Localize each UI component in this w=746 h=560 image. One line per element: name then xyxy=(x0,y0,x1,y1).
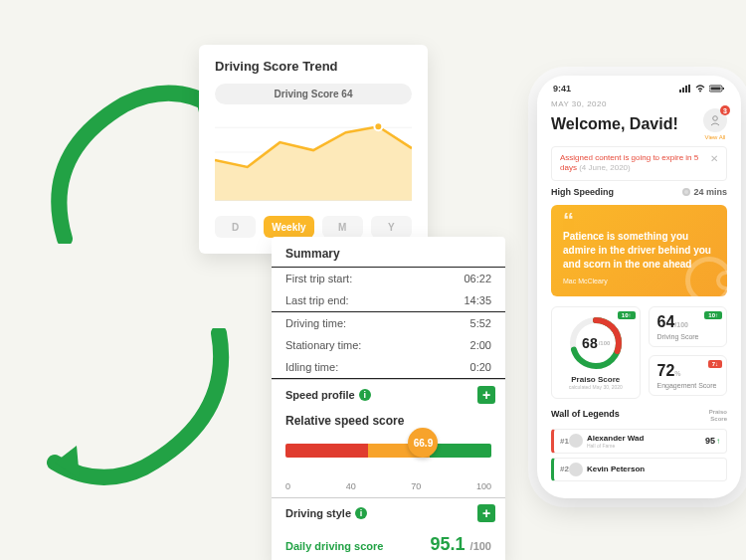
praiso-label: Praiso Score xyxy=(571,375,620,384)
high-speeding-value: 24 mins xyxy=(693,187,727,197)
svg-rect-10 xyxy=(688,85,690,93)
gauge-ticks: 0 40 70 100 xyxy=(285,481,491,491)
praiso-sub: calculated May 30, 2020 xyxy=(569,384,623,390)
tab-weekly[interactable]: Weekly xyxy=(264,216,314,238)
svg-rect-7 xyxy=(679,90,681,93)
svg-point-15 xyxy=(713,116,718,121)
clock-icon xyxy=(682,188,690,196)
svg-rect-9 xyxy=(685,86,687,93)
quote-icon: “ xyxy=(563,217,715,226)
svg-point-11 xyxy=(699,91,701,93)
high-speeding-label: High Speeding xyxy=(551,187,614,197)
svg-rect-14 xyxy=(723,88,725,90)
driving-score-trend-card: Driving Score Trend Driving Score 64 D W… xyxy=(199,45,428,254)
legend-row[interactable]: #2 Kevin Peterson xyxy=(551,458,727,481)
daily-score-value: 95.1 /100 xyxy=(431,534,491,555)
phone-mockup: 9:41 MAY 30, 2020 Welcome, David! 3 View… xyxy=(537,76,741,498)
info-icon[interactable]: i xyxy=(359,389,371,401)
avatar-sublabel: View All xyxy=(703,134,727,140)
gauge-value-bubble: 66.9 xyxy=(408,428,438,458)
status-icons xyxy=(679,85,725,93)
trend-tabs: D Weekly M Y xyxy=(215,216,412,238)
tab-d[interactable]: D xyxy=(215,216,256,238)
expand-speed-profile-button[interactable]: + xyxy=(477,386,495,404)
svg-point-6 xyxy=(374,122,382,130)
summary-row: Driving time:5:52 xyxy=(272,312,505,334)
avatar-icon xyxy=(569,463,583,476)
quote-card: “ Patience is something you admire in th… xyxy=(551,205,727,296)
praiso-score-card[interactable]: 10↑ 68/100 Praiso Score calculated May 3… xyxy=(551,306,641,399)
engagement-label: Engagement Score xyxy=(657,382,719,389)
cycle-arrow-bottom xyxy=(35,328,234,487)
relative-speed-section: Relative speed score 66.9 0 40 70 100 xyxy=(272,410,505,497)
tab-y[interactable]: Y xyxy=(371,216,412,238)
driving-badge: 10↑ xyxy=(704,311,722,319)
speed-profile-row: Speed profilei + xyxy=(272,379,505,410)
avatar-button[interactable]: 3 View All xyxy=(703,108,727,140)
driving-score-card[interactable]: 10↑ 64/100 Driving Score xyxy=(649,306,728,347)
engagement-badge: 7↓ xyxy=(708,360,722,368)
score-grid: 10↑ 68/100 Praiso Score calculated May 3… xyxy=(551,306,727,399)
signal-icon xyxy=(679,85,691,93)
summary-row: Stationary time:2:00 xyxy=(272,334,505,356)
summary-row: Last trip end:14:35 xyxy=(272,289,505,311)
trend-title: Driving Score Trend xyxy=(215,59,412,74)
engagement-score-card[interactable]: 7↓ 72% Engagement Score xyxy=(649,355,728,396)
avatar-icon xyxy=(569,434,583,448)
high-speeding-row: High Speeding 24 mins xyxy=(551,187,727,197)
expand-driving-style-button[interactable]: + xyxy=(477,504,495,522)
trend-score-pill: Driving Score 64 xyxy=(215,84,412,104)
wall-col-label: PraisoScore xyxy=(709,409,727,423)
driving-label: Driving Score xyxy=(657,333,719,340)
alert-banner: Assigned content is going to expire in 5… xyxy=(551,146,727,181)
summary-title: Summary xyxy=(272,237,505,267)
summary-row: Idling time:0:20 xyxy=(272,356,505,378)
praiso-ring: 68/100 xyxy=(568,315,624,371)
svg-rect-8 xyxy=(682,88,684,93)
speed-profile-label: Speed profile xyxy=(285,389,355,401)
alert-text: Assigned content is going to expire in 5… xyxy=(560,153,704,174)
welcome-title: Welcome, David! xyxy=(551,115,678,133)
trend-chart xyxy=(215,112,412,202)
wifi-icon xyxy=(694,85,706,93)
legend-row[interactable]: #1 Alexander WadHall of Fame 95↑ xyxy=(551,429,727,454)
close-icon[interactable]: ✕ xyxy=(710,153,718,164)
summary-row: First trip start:06:22 xyxy=(272,268,505,289)
info-icon[interactable]: i xyxy=(355,507,367,519)
wall-title: Wall of Legends xyxy=(551,409,620,423)
tab-m[interactable]: M xyxy=(322,216,363,238)
relative-speed-gauge: 66.9 xyxy=(285,444,491,477)
battery-icon xyxy=(709,85,725,93)
relative-speed-title: Relative speed score xyxy=(285,414,491,428)
status-time: 9:41 xyxy=(553,84,571,93)
driving-style-row: Driving stylei + xyxy=(272,497,505,528)
notification-badge: 3 xyxy=(720,105,730,115)
wall-of-legends: Wall of Legends PraisoScore #1 Alexander… xyxy=(551,409,727,481)
summary-card: Summary First trip start:06:22 Last trip… xyxy=(272,237,505,560)
status-bar: 9:41 xyxy=(537,76,741,95)
daily-score-row: Daily driving score 95.1 /100 xyxy=(272,528,505,557)
svg-rect-13 xyxy=(711,88,721,91)
date-label: MAY 30, 2020 xyxy=(551,99,727,108)
driving-style-label: Driving style xyxy=(285,507,351,519)
daily-score-label: Daily driving score xyxy=(285,540,383,552)
